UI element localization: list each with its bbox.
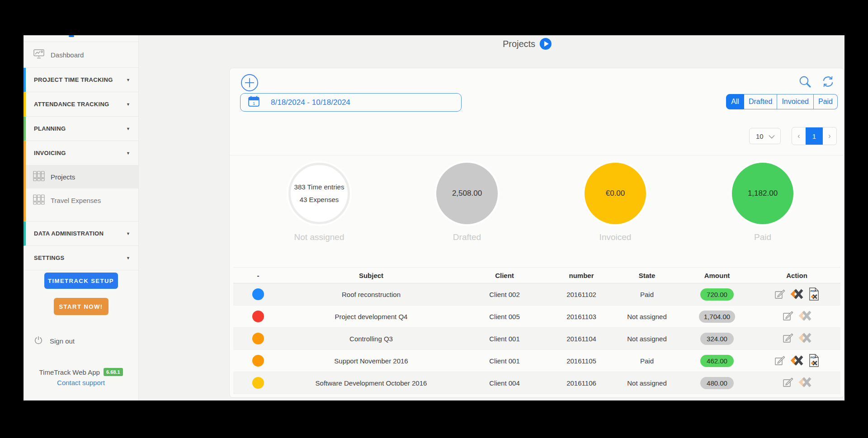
x-export-icon[interactable]	[790, 288, 804, 300]
dashboard-icon	[33, 49, 44, 60]
amount-badge: 1,704.00	[699, 311, 735, 323]
logo-remnant	[69, 35, 74, 37]
sidebar-subitems: ProjectsTravel Expenses	[26, 165, 138, 221]
cell-action	[753, 377, 840, 390]
amount-badge: 480.00	[700, 377, 734, 389]
page-size-select[interactable]: 10	[749, 128, 781, 144]
sidebar-section-attendance-tracking: ATTENDANCE TRACKING▼	[24, 92, 138, 117]
color-dot-cell	[233, 377, 283, 389]
search-icon[interactable]	[798, 75, 812, 90]
table-row[interactable]: Support November 2016Client 00120161105P…	[233, 350, 840, 372]
next-page-button[interactable]: ›	[823, 127, 836, 145]
amount-badge: 324.00	[700, 333, 734, 345]
sidebar-item-label: Travel Expenses	[51, 197, 101, 204]
chevron-down-icon: ▼	[126, 102, 130, 107]
table-row[interactable]: Roof reconstructionClient 00220161102Pai…	[233, 283, 840, 306]
start-now-button[interactable]: START NOW!	[54, 298, 108, 315]
refresh-icon[interactable]	[821, 75, 835, 90]
sidebar: Dashboard PROJECT TIME TRACKING▼ATTENDAN…	[24, 35, 139, 400]
cell-client: Client 004	[459, 379, 550, 387]
sidebar-section-header-data-administration[interactable]: DATA ADMINISTRATION▼	[26, 221, 138, 245]
cell-client: Client 001	[459, 335, 550, 343]
x-export-icon-disabled	[798, 377, 812, 388]
sidebar-section-invoicing: INVOICING▼ProjectsTravel Expenses	[24, 141, 138, 221]
content-card: 1 8/18/2024 - 10/18/2024 AllDraftedInvoi…	[229, 68, 844, 398]
version-block: TimeTrack Web App 6.68.1 Contact support	[24, 368, 138, 386]
action-icons: PDF	[774, 353, 820, 367]
filter-tab-drafted[interactable]: Drafted	[744, 94, 777, 109]
filter-tab-invoiced[interactable]: Invoiced	[777, 94, 814, 109]
filter-tab-all[interactable]: All	[726, 94, 744, 109]
page-size-value: 10	[756, 132, 764, 140]
sidebar-section-project-time-tracking: PROJECT TIME TRACKING▼	[24, 68, 138, 92]
cell-state: Not assigned	[613, 335, 681, 343]
prev-page-button[interactable]: ‹	[792, 127, 806, 145]
status-dot	[252, 288, 264, 300]
cell-subject: Support November 2016	[283, 357, 459, 365]
sidebar-header	[24, 35, 138, 42]
circle-value: €0.00	[606, 186, 625, 201]
color-dot-cell	[233, 288, 283, 300]
cell-number: 20161105	[550, 357, 613, 365]
x-export-icon[interactable]	[790, 355, 804, 366]
pager: ‹ 1 ›	[792, 127, 837, 145]
pdf-export-icon[interactable]: PDF	[808, 287, 820, 301]
sidebar-section-header-project-time-tracking[interactable]: PROJECT TIME TRACKING▼	[26, 68, 138, 92]
chevron-down-icon: ▼	[126, 256, 130, 260]
status-summary: 383 Time entries43 ExpensesNot assigned2…	[230, 155, 844, 264]
cell-amount: 1,704.00	[681, 311, 753, 323]
cell-action: PDF	[753, 287, 840, 301]
status-dot	[252, 377, 264, 389]
edit-icon[interactable]	[782, 310, 794, 322]
contact-support-link[interactable]: Contact support	[24, 379, 138, 386]
edit-icon[interactable]	[774, 288, 786, 300]
svg-text:1: 1	[253, 101, 255, 106]
sidebar-section-data-administration: DATA ADMINISTRATION▼	[24, 221, 138, 246]
edit-icon[interactable]	[774, 355, 786, 367]
sidebar-section-label: DATA ADMINISTRATION	[34, 230, 104, 237]
sidebar-buttons: TIMETRACK SETUP START NOW!	[24, 273, 138, 315]
sidebar-item-dashboard[interactable]: Dashboard	[24, 42, 138, 68]
column-header-client: Client	[459, 272, 550, 279]
sign-out-button[interactable]: Sign out	[33, 335, 75, 347]
table-row[interactable]: Controlling Q3Client 00120161104Not assi…	[233, 328, 840, 350]
circle-label: Not assigned	[288, 232, 350, 242]
cell-number: 20161102	[550, 291, 613, 298]
version-badge: 6.68.1	[104, 368, 123, 376]
power-icon	[33, 335, 43, 347]
cell-number: 20161103	[550, 313, 613, 320]
add-button[interactable]	[241, 74, 259, 92]
cell-action: PDF	[753, 353, 840, 368]
column-header-action: Action	[753, 272, 840, 279]
cell-state: Paid	[613, 291, 681, 298]
plus-icon	[241, 86, 259, 93]
svg-text:PDF: PDF	[810, 289, 816, 292]
circle-value: 2,508.00	[452, 186, 482, 201]
edit-icon[interactable]	[782, 377, 794, 388]
play-icon[interactable]	[540, 38, 552, 50]
sidebar-section-header-invoicing[interactable]: INVOICING▼	[26, 141, 138, 165]
date-range-picker[interactable]: 1 8/18/2024 - 10/18/2024	[240, 93, 462, 112]
chevron-down-icon: ▼	[126, 151, 130, 155]
table-row[interactable]: Project development Q4Client 00520161103…	[233, 306, 840, 328]
sidebar-section-header-planning[interactable]: PLANNING▼	[26, 117, 138, 141]
timetrack-setup-button[interactable]: TIMETRACK SETUP	[44, 273, 118, 289]
table-row[interactable]: Software Development October 2016Client …	[233, 372, 840, 394]
cell-action	[753, 310, 840, 323]
sidebar-item-projects[interactable]: Projects	[26, 165, 138, 188]
circle-value: 383 Time entries	[294, 181, 344, 194]
cell-state: Not assigned	[613, 379, 681, 387]
sidebar-section-header-settings[interactable]: SETTINGS▼	[26, 246, 138, 270]
current-page[interactable]: 1	[806, 127, 823, 145]
filter-tab-paid[interactable]: Paid	[814, 94, 838, 109]
cell-subject: Roof reconstruction	[283, 291, 459, 298]
cell-number: 20161104	[550, 335, 613, 343]
cell-amount: 480.00	[681, 377, 753, 389]
sidebar-item-travel-expenses[interactable]: Travel Expenses	[26, 188, 138, 212]
cell-state: Paid	[613, 357, 681, 365]
pdf-export-icon[interactable]: PDF	[808, 353, 820, 367]
edit-icon[interactable]	[782, 332, 794, 344]
status-circle: 2,508.00	[436, 163, 498, 224]
sidebar-section-header-attendance-tracking[interactable]: ATTENDANCE TRACKING▼	[26, 92, 138, 116]
column-header-amount: Amount	[681, 272, 753, 279]
